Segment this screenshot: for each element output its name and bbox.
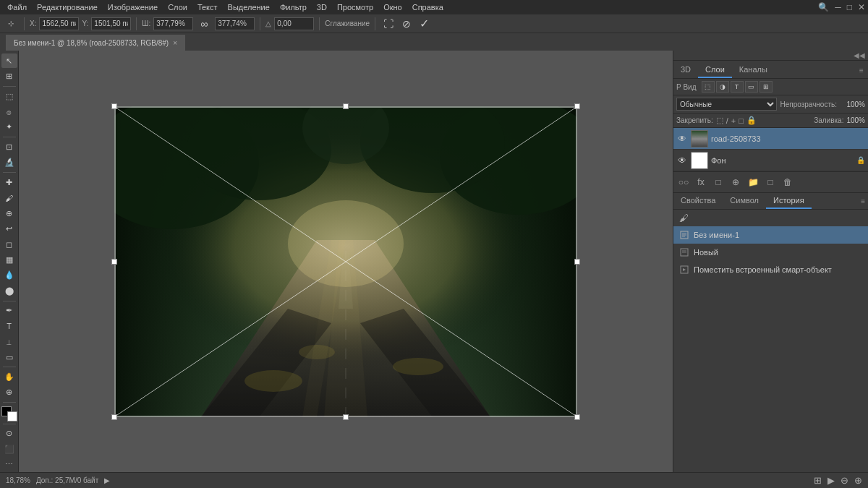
- toggle-timeline-icon[interactable]: ▶: [827, 475, 835, 486]
- healing-tool[interactable]: ✚: [1, 175, 17, 189]
- blend-mode-select[interactable]: Обычные: [676, 98, 777, 111]
- handle-middle-left[interactable]: [111, 259, 117, 265]
- tab-symbol[interactable]: Символ: [723, 193, 766, 209]
- w-input[interactable]: [153, 17, 193, 30]
- menubar-text[interactable]: Текст: [193, 1, 222, 13]
- history-item-new-document[interactable]: Без имени-1: [673, 226, 868, 244]
- filter-shape-button[interactable]: ▭: [745, 81, 758, 93]
- confirm-transform-button[interactable]: ✓: [417, 17, 432, 30]
- lock-artboard-icon[interactable]: □: [739, 116, 744, 125]
- quick-select-tool[interactable]: ✦: [1, 120, 17, 134]
- more-tools[interactable]: ⋯: [1, 457, 17, 471]
- path-select-tool[interactable]: ⟂: [1, 334, 17, 348]
- crop-tool[interactable]: ⊡: [1, 140, 17, 154]
- lock-position-icon[interactable]: +: [731, 116, 736, 125]
- history-item-place-smart[interactable]: Поместить встроенный смарт-объект: [673, 261, 868, 278]
- quick-mask-tool[interactable]: ⊙: [1, 427, 17, 441]
- statusbar-arrow[interactable]: ▶: [104, 476, 110, 484]
- panel-collapse-arrow[interactable]: ◀◀: [854, 51, 865, 59]
- close-icon[interactable]: ✕: [858, 2, 865, 12]
- filter-type-button[interactable]: T: [731, 81, 744, 93]
- layer-background[interactable]: 👁 Фон 🔒: [673, 150, 868, 171]
- history-brush-icon[interactable]: 🖌: [679, 213, 689, 223]
- tab-history[interactable]: История: [766, 193, 812, 209]
- clone-tool[interactable]: ⊕: [1, 206, 17, 221]
- lasso-tool[interactable]: ⌾: [1, 104, 17, 119]
- link-proportions-button[interactable]: ∞: [196, 16, 212, 32]
- eraser-tool[interactable]: ◻: [1, 237, 17, 252]
- tab-properties[interactable]: Свойства: [673, 193, 723, 209]
- handle-middle-right[interactable]: [574, 259, 580, 265]
- handle-top-left[interactable]: [111, 103, 117, 109]
- shape-tool[interactable]: ▭: [1, 350, 17, 364]
- hand-tool[interactable]: ✋: [1, 369, 17, 384]
- new-layer-button[interactable]: □: [763, 175, 778, 189]
- color-swatches[interactable]: [1, 406, 17, 421]
- filter-smart-button[interactable]: ⊞: [760, 81, 773, 93]
- delete-layer-button[interactable]: 🗑: [780, 175, 795, 189]
- open-mini-bridge-icon[interactable]: ⊞: [814, 475, 822, 486]
- lock-draw-icon[interactable]: /: [726, 116, 728, 125]
- layer-eye-road[interactable]: 👁: [676, 133, 688, 145]
- fill-value[interactable]: 100%: [846, 116, 865, 124]
- handle-bottom-right[interactable]: [574, 414, 580, 420]
- y-input[interactable]: [91, 17, 131, 30]
- zoom-in-icon[interactable]: ⊕: [854, 475, 862, 486]
- pen-tool[interactable]: ✒: [1, 304, 17, 318]
- handle-top-center[interactable]: [343, 103, 349, 109]
- x-input[interactable]: [39, 17, 79, 30]
- h-input[interactable]: [215, 17, 255, 30]
- opacity-value[interactable]: 100%: [840, 100, 865, 108]
- menubar-3d[interactable]: 3D: [312, 1, 331, 13]
- menubar-window[interactable]: Окно: [379, 1, 407, 13]
- handle-bottom-center[interactable]: [343, 414, 349, 420]
- minimize-icon[interactable]: ─: [835, 2, 841, 12]
- blur-tool[interactable]: 💧: [1, 268, 17, 283]
- move-tool[interactable]: ↖: [1, 53, 17, 68]
- screen-mode-tool[interactable]: ⬛: [1, 442, 17, 456]
- eyedropper-tool[interactable]: 🔬: [1, 155, 17, 170]
- add-style-button[interactable]: fx: [694, 175, 708, 189]
- marquee-tool[interactable]: ⬚: [1, 89, 17, 103]
- handle-top-right[interactable]: [574, 103, 580, 109]
- cancel-transform-button[interactable]: ⊘: [399, 18, 414, 30]
- menubar-file[interactable]: Файл: [3, 1, 31, 13]
- tab-close-button[interactable]: ×: [173, 39, 177, 47]
- link-layers-button[interactable]: ○○: [676, 175, 691, 189]
- toolbar-move-tool[interactable]: ⊹: [3, 16, 19, 32]
- angle-input[interactable]: [274, 17, 314, 30]
- dodge-tool[interactable]: ⬤: [1, 283, 17, 298]
- menubar-filter[interactable]: Фильтр: [276, 1, 311, 13]
- brush-tool[interactable]: 🖌: [1, 190, 17, 205]
- add-mask-button[interactable]: □: [711, 175, 726, 189]
- text-tool[interactable]: T: [1, 319, 17, 333]
- tab-layers[interactable]: Слои: [698, 62, 732, 78]
- layer-eye-background[interactable]: 👁: [676, 155, 688, 166]
- panel-menu-button[interactable]: ≡: [858, 62, 868, 78]
- history-panel-menu[interactable]: ≡: [861, 197, 865, 205]
- lock-pixel-icon[interactable]: ⬚: [716, 116, 723, 125]
- menubar-view[interactable]: Просмотр: [333, 1, 378, 13]
- add-adjustment-button[interactable]: ⊕: [728, 175, 743, 189]
- background-color[interactable]: [7, 411, 17, 421]
- add-group-button[interactable]: 📁: [746, 175, 760, 189]
- gradient-tool[interactable]: ▦: [1, 252, 17, 267]
- history-brush-tool[interactable]: ↩: [1, 221, 17, 236]
- search-icon[interactable]: 🔍: [818, 2, 829, 12]
- filter-pixel-button[interactable]: ⬚: [702, 81, 715, 93]
- history-item-new[interactable]: Новый: [673, 244, 868, 261]
- document-tab[interactable]: Без имени-1 @ 18,8% (road-2508733, RGB/8…: [6, 35, 185, 51]
- menubar-edit[interactable]: Редактирование: [33, 1, 102, 13]
- menubar-select[interactable]: Выделение: [224, 1, 274, 13]
- warp-icon[interactable]: ⛶: [380, 16, 396, 32]
- lock-all-icon[interactable]: 🔒: [746, 116, 757, 125]
- handle-bottom-left[interactable]: [111, 414, 117, 420]
- zoom-out-icon[interactable]: ⊖: [841, 475, 848, 486]
- menubar-help[interactable]: Справка: [408, 1, 448, 13]
- layer-road[interactable]: 👁 road-2508733: [673, 128, 868, 150]
- filter-adjustment-button[interactable]: ◑: [716, 81, 729, 93]
- artboard-tool[interactable]: ⊞: [1, 69, 17, 83]
- tab-channels[interactable]: Каналы: [732, 62, 775, 78]
- tab-3d[interactable]: 3D: [673, 62, 698, 78]
- maximize-icon[interactable]: □: [847, 2, 852, 12]
